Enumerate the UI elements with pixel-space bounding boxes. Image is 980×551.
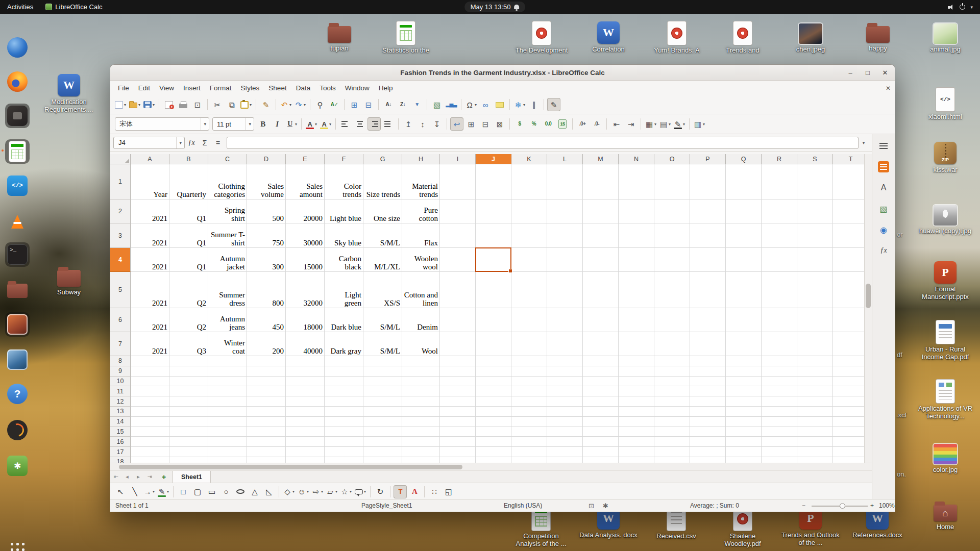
cell-B6[interactable]: Q2 — [169, 308, 208, 332]
cell-H6[interactable]: Denim — [402, 308, 440, 332]
dropdown-arrow-icon[interactable]: ▾ — [307, 489, 309, 494]
cell-O4[interactable] — [654, 248, 690, 272]
cell-P2[interactable] — [690, 199, 726, 223]
cell-C15[interactable] — [208, 427, 247, 437]
cell-O18[interactable] — [654, 457, 690, 463]
row-header-11[interactable]: 11 — [110, 386, 131, 396]
cell-L2[interactable] — [547, 199, 583, 223]
cell-F8[interactable] — [325, 356, 363, 366]
cell-J2[interactable] — [476, 199, 511, 223]
cell-N13[interactable] — [619, 407, 654, 417]
cell-O10[interactable] — [654, 377, 690, 387]
cell-N5[interactable] — [619, 272, 654, 308]
cell-K11[interactable] — [511, 386, 547, 396]
cell-R11[interactable] — [762, 386, 797, 396]
dropdown-arrow-icon[interactable]: ▾ — [292, 489, 295, 494]
cell-P10[interactable] — [690, 377, 726, 387]
menu-sheet[interactable]: Sheet — [264, 82, 291, 94]
cell-M8[interactable] — [583, 356, 619, 366]
cell-O7[interactable] — [654, 332, 690, 356]
dropdown-arrow-icon[interactable]: ▾ — [315, 122, 317, 127]
formula-equals-icon[interactable]: = — [212, 137, 224, 149]
cell-P1[interactable] — [690, 164, 726, 199]
lines-and-arrows-button[interactable]: →▾ — [142, 485, 156, 498]
cell-E10[interactable] — [286, 377, 325, 387]
column-header-C[interactable]: C — [208, 154, 247, 164]
cell-P11[interactable] — [690, 386, 726, 396]
dropdown-arrow-icon[interactable]: ▾ — [138, 103, 140, 107]
cell-M11[interactable] — [583, 386, 619, 396]
cell-B18[interactable] — [169, 457, 208, 463]
cell-R2[interactable] — [762, 199, 797, 223]
cell-K18[interactable] — [511, 457, 547, 463]
desktop-icon-shailene-woodley-pdf[interactable]: Shailene Woodley.pdf — [712, 507, 773, 547]
cell-O3[interactable] — [654, 223, 690, 248]
dropdown-arrow-icon[interactable]: ▾ — [153, 103, 155, 107]
cell-T14[interactable] — [833, 417, 864, 427]
edit-points-button[interactable]: ∷ — [428, 485, 441, 498]
expand-formula-bar-icon[interactable]: ▾ — [859, 140, 869, 145]
cell-K1[interactable] — [511, 164, 547, 199]
row-header-10[interactable]: 10 — [110, 377, 131, 387]
basic-shapes-button[interactable]: ◇▾ — [282, 485, 296, 498]
cell-E17[interactable] — [286, 447, 325, 457]
freeze-rows-columns-button[interactable]: ❄▾ — [513, 98, 526, 111]
desktop-icon-animal-jpg[interactable]: animal.jpg — [915, 21, 976, 54]
cell-D6[interactable]: 450 — [247, 308, 286, 332]
menu-help[interactable]: Help — [374, 82, 398, 94]
sheet-nav-previous-icon[interactable]: ◂ — [121, 473, 133, 480]
cell-I13[interactable] — [440, 407, 476, 417]
cell-P17[interactable] — [690, 447, 726, 457]
zoom-out-icon[interactable]: − — [802, 502, 805, 509]
cell-T17[interactable] — [833, 447, 864, 457]
font-size-dropdown-icon[interactable]: ▾ — [246, 118, 254, 130]
cell-K9[interactable] — [511, 366, 547, 377]
vertical-scrollbar-thumb[interactable] — [866, 284, 871, 308]
cell-O2[interactable] — [654, 199, 690, 223]
desktop-icon-urban-rural-income-gap-pdf[interactable]: Urban - Rural Income Gap.pdf — [915, 320, 976, 361]
cell-T13[interactable] — [833, 407, 864, 417]
cell-H14[interactable] — [402, 417, 440, 427]
hyperlink-button[interactable]: ∞ — [479, 98, 492, 111]
dock-app-blue[interactable] — [5, 35, 30, 60]
column-header-S[interactable]: S — [797, 154, 833, 164]
cell-F6[interactable]: Dark blue — [325, 308, 363, 332]
cell-T12[interactable] — [833, 396, 864, 407]
sidebar-tab-properties[interactable] — [875, 159, 892, 174]
cell-H16[interactable] — [402, 437, 440, 447]
cell-L6[interactable] — [547, 308, 583, 332]
cell-C4[interactable]: Autumn jacket — [208, 248, 247, 272]
cell-Q4[interactable] — [726, 248, 762, 272]
column-header-G[interactable]: G — [363, 154, 402, 164]
menu-format[interactable]: Format — [205, 82, 236, 94]
dropdown-arrow-icon[interactable]: ▾ — [654, 122, 656, 127]
cell-R9[interactable] — [762, 366, 797, 377]
sort-descending-button[interactable]: Z↓ — [396, 98, 409, 111]
cell-S8[interactable] — [797, 356, 833, 366]
cell-O13[interactable] — [654, 407, 690, 417]
cell-K6[interactable] — [511, 308, 547, 332]
cell-H10[interactable] — [402, 377, 440, 387]
cell-K17[interactable] — [511, 447, 547, 457]
border-color-button[interactable]: ✎▾ — [673, 117, 686, 131]
desktop-icon-tupian[interactable]: tupian — [309, 21, 370, 53]
column-header-K[interactable]: K — [511, 154, 547, 164]
cell-A15[interactable] — [131, 427, 169, 437]
selection-mode-icon[interactable]: ⊡ — [589, 502, 594, 510]
cell-S2[interactable] — [797, 199, 833, 223]
cell-L7[interactable] — [547, 332, 583, 356]
cell-C13[interactable] — [208, 407, 247, 417]
cell-D12[interactable] — [247, 396, 286, 407]
cell-K10[interactable] — [511, 377, 547, 387]
cell-S4[interactable] — [797, 248, 833, 272]
cell-J7[interactable] — [476, 332, 511, 356]
cell-P6[interactable] — [690, 308, 726, 332]
cell-L1[interactable] — [547, 164, 583, 199]
cell-A3[interactable]: 2021 — [131, 223, 169, 248]
cell-G15[interactable] — [363, 427, 402, 437]
dock-image-app[interactable] — [5, 347, 30, 372]
system-status-area[interactable]: ▾ — [948, 0, 980, 14]
cell-O17[interactable] — [654, 447, 690, 457]
menu-insert[interactable]: Insert — [179, 82, 205, 94]
cell-B15[interactable] — [169, 427, 208, 437]
